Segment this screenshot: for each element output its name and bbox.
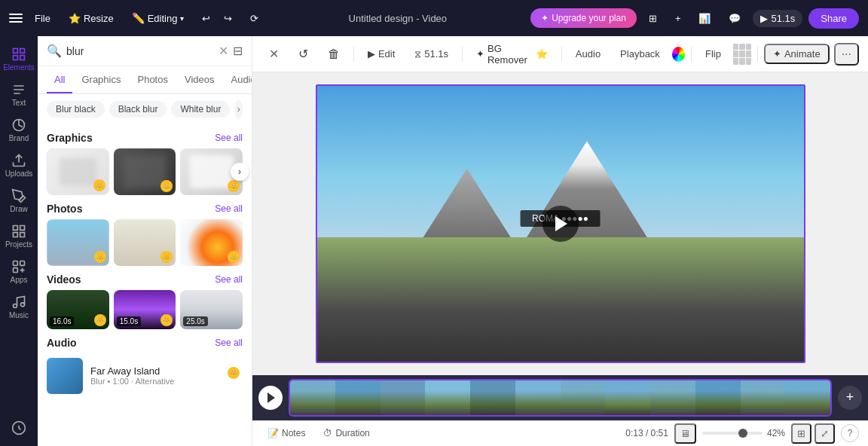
sidebar-label-brand: Brand <box>9 134 29 142</box>
sidebar-item-projects[interactable]: Projects <box>0 219 38 253</box>
canvas-container[interactable]: ROMA ●●●●● <box>316 84 805 363</box>
audio-button[interactable]: Audio <box>568 45 608 63</box>
fullscreen-button[interactable]: ⤢ <box>815 423 835 444</box>
redo-button[interactable]: ↪ <box>218 10 238 27</box>
toolbar-divider-4 <box>691 47 692 62</box>
sidebar-item-brand[interactable]: Brand <box>0 113 38 147</box>
photo-item-1[interactable]: 👑 <box>47 219 109 266</box>
svg-rect-5 <box>14 261 18 266</box>
timer-button[interactable]: ▶ 51.1s <box>753 10 802 27</box>
sidebar-label-apps: Apps <box>11 276 28 284</box>
pill-blur-black[interactable]: Blur black <box>47 101 105 118</box>
photos-title: Photos <box>47 203 82 215</box>
timeline-frame <box>290 380 335 415</box>
timeline-play-button[interactable] <box>258 386 283 410</box>
graphics-next-icon[interactable]: › <box>231 163 249 181</box>
bottom-bar: 📝 Notes ⏱ Duration 0:13 / 0:51 🖥 42% ⊞ ⤢… <box>252 420 868 446</box>
timeline-strip[interactable] <box>289 379 832 417</box>
view-buttons: ⊞ ⤢ <box>791 423 835 444</box>
play-arrow-icon <box>555 216 567 231</box>
video-item-1[interactable]: 16.0s 👑 <box>47 290 109 329</box>
photos-see-all[interactable]: See all <box>215 203 243 214</box>
pattern-button[interactable] <box>733 44 751 65</box>
notes-button[interactable]: 📝 Notes <box>261 425 311 441</box>
help-button[interactable]: ? <box>841 424 859 442</box>
tab-graphics[interactable]: Graphics <box>74 71 128 93</box>
canvas-toolbar: ✕ ↺ 🗑 ▶ Edit ⧖ 51.1s ✦ BG Remover ⭐ Audi… <box>252 36 868 72</box>
editing-menu[interactable]: ✏️ Editing ▾ <box>126 9 191 27</box>
sync-button[interactable]: ⟳ <box>244 10 264 27</box>
svg-point-8 <box>14 304 17 308</box>
share-button[interactable]: Share <box>808 8 859 29</box>
sidebar-item-draw[interactable]: Draw <box>0 184 38 218</box>
sidebar-item-music[interactable]: Music <box>0 290 38 324</box>
timeline-frame <box>470 380 515 415</box>
sidebar-item-assistant[interactable] <box>0 416 38 440</box>
timeline-frame <box>695 380 741 415</box>
sidebar-label-elements: Elements <box>3 63 35 72</box>
plus-button[interactable]: + <box>669 10 687 27</box>
clear-search-icon[interactable]: ✕ <box>219 44 228 58</box>
timer-display[interactable]: ⧖ 51.1s <box>407 45 456 63</box>
undo-button[interactable]: ↩ <box>196 10 216 27</box>
pattern-dot <box>733 50 738 57</box>
graphics-title: Graphics <box>47 132 93 144</box>
file-menu[interactable]: File <box>29 10 57 27</box>
audio-see-all[interactable]: See all <box>215 338 243 348</box>
graphics-see-all[interactable]: See all <box>215 133 243 143</box>
upgrade-button[interactable]: ✦ Upgrade your plan <box>530 8 637 28</box>
photo-item-2[interactable]: 👑 <box>114 219 176 266</box>
tab-videos[interactable]: Videos <box>177 71 222 93</box>
toolbar-divider-5 <box>757 47 758 62</box>
sidebar-item-uploads[interactable]: Uploads <box>0 148 38 182</box>
canvas-play-button[interactable] <box>542 206 579 242</box>
tab-photos[interactable]: Photos <box>130 71 175 93</box>
flip-button[interactable]: Flip <box>698 45 729 63</box>
sidebar-item-text[interactable]: Text <box>0 78 38 112</box>
timeline-frame <box>515 380 561 415</box>
timeline-frame <box>335 380 381 415</box>
photo-item-3[interactable]: 👑 <box>180 219 243 266</box>
playback-button[interactable]: Playback <box>613 45 668 63</box>
pill-black-blur[interactable]: Black blur <box>109 101 167 118</box>
comments-button[interactable]: 💬 <box>723 10 747 27</box>
resize-menu[interactable]: ⭐ Resize <box>63 10 120 27</box>
edit-button[interactable]: ▶ Edit <box>360 45 402 63</box>
tab-audio[interactable]: Audio <box>223 71 252 93</box>
more-options-button[interactable]: ··· <box>834 43 859 66</box>
search-input[interactable] <box>66 45 214 57</box>
filter-icon[interactable]: ⊟ <box>233 44 243 58</box>
pills-next-icon[interactable]: › <box>234 100 243 118</box>
graphic-item-1[interactable]: 👑 <box>47 148 109 195</box>
duration-button[interactable]: ⏱ Duration <box>317 425 375 441</box>
refresh-button[interactable]: ↺ <box>291 44 316 64</box>
pill-white-blur[interactable]: White blur <box>171 101 230 118</box>
timeline-add-button[interactable]: + <box>838 386 862 410</box>
grid-view-button[interactable]: ⊞ <box>791 423 811 444</box>
videos-see-all[interactable]: See all <box>215 274 243 285</box>
zoom-thumb <box>738 429 747 438</box>
delete-button[interactable]: 🗑 <box>320 44 347 64</box>
pattern-dot <box>746 58 751 65</box>
hamburger-icon[interactable] <box>9 14 23 23</box>
monitor-view-button[interactable]: 🖥 <box>674 423 696 444</box>
tab-all[interactable]: All <box>47 71 72 93</box>
panel-content: Graphics See all 👑 👑 <box>38 124 252 446</box>
search-icon: 🔍 <box>47 44 62 58</box>
bg-remover-button[interactable]: ✦ BG Remover ⭐ <box>469 40 555 69</box>
filter-tabs: All Graphics Photos Videos Audio › <box>38 66 252 94</box>
svg-rect-6 <box>20 261 25 266</box>
sidebar-item-apps[interactable]: Apps <box>0 255 38 289</box>
close-canvas-button[interactable]: ✕ <box>261 44 286 64</box>
video-item-3[interactable]: 25.0s <box>180 290 243 329</box>
analytics-button[interactable]: 📊 <box>692 10 717 27</box>
video-item-2[interactable]: 15.0s 👑 <box>114 290 176 329</box>
audio-section-header: Audio See all <box>47 329 243 353</box>
color-wheel[interactable] <box>672 47 685 62</box>
graphic-item-2[interactable]: 👑 <box>114 148 176 195</box>
sidebar-item-elements[interactable]: Elements <box>0 42 38 76</box>
audio-item-1[interactable]: Far Away Island Blur • 1:00 · Alternativ… <box>47 353 243 399</box>
animate-button[interactable]: ✦ Animate <box>764 44 830 64</box>
zoom-slider[interactable] <box>702 432 763 435</box>
templates-button[interactable]: ⊞ <box>643 10 663 27</box>
